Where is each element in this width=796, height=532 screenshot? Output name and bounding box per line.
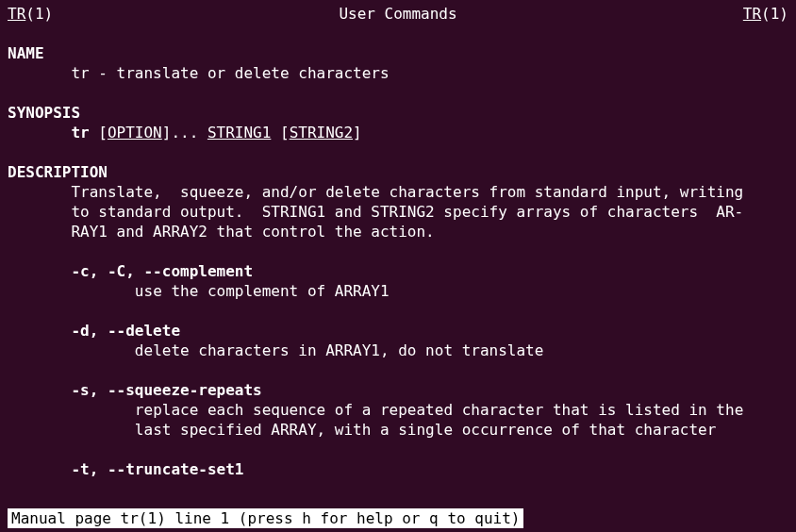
man-header: TR(1) User Commands TR(1) <box>8 4 788 24</box>
pager-status-bar: Manual page tr(1) line 1 (press h for he… <box>8 508 523 528</box>
option-s-flags: -s, --squeeze-repeats <box>8 380 788 400</box>
synopsis-string1: STRING1 <box>207 124 271 141</box>
synopsis-string2: STRING2 <box>290 124 353 141</box>
option-s-desc: replace each sequence of a repeated char… <box>8 400 788 420</box>
option-c-desc: use the complement of ARRAY1 <box>8 281 788 301</box>
header-left-sec: (1) <box>25 5 53 23</box>
synopsis-option: OPTION <box>108 124 162 141</box>
option-c-flags: -c, -C, --complement <box>8 261 788 281</box>
name-text: tr - translate or delete characters <box>8 63 788 83</box>
option-s-desc: last specified ARRAY, with a single occu… <box>8 420 788 440</box>
synopsis-cmd: tr <box>71 124 89 141</box>
header-center: User Commands <box>339 4 456 24</box>
option-t-flags: -t, --truncate-set1 <box>8 459 788 479</box>
option-d-flags: -d, --delete <box>8 321 788 341</box>
header-right-cmd: TR <box>743 5 761 23</box>
option-d-desc: delete characters in ARRAY1, do not tran… <box>8 341 788 360</box>
section-heading-description: DESCRIPTION <box>8 162 788 182</box>
header-right-sec: (1) <box>761 5 788 23</box>
header-left: TR(1) <box>8 4 53 24</box>
header-right: TR(1) <box>743 4 788 24</box>
section-heading-synopsis: SYNOPSIS <box>8 103 788 123</box>
description-text: to standard output. STRING1 and STRING2 … <box>8 202 788 222</box>
man-page-viewer[interactable]: TR(1) User Commands TR(1) NAME tr - tran… <box>0 0 796 532</box>
description-text: RAY1 and ARRAY2 that control the action. <box>8 222 788 241</box>
section-heading-name: NAME <box>8 43 788 63</box>
description-text: Translate, squeeze, and/or delete charac… <box>8 182 788 202</box>
header-left-cmd: TR <box>8 5 25 23</box>
synopsis-line: tr [OPTION]... STRING1 [STRING2] <box>8 123 788 142</box>
